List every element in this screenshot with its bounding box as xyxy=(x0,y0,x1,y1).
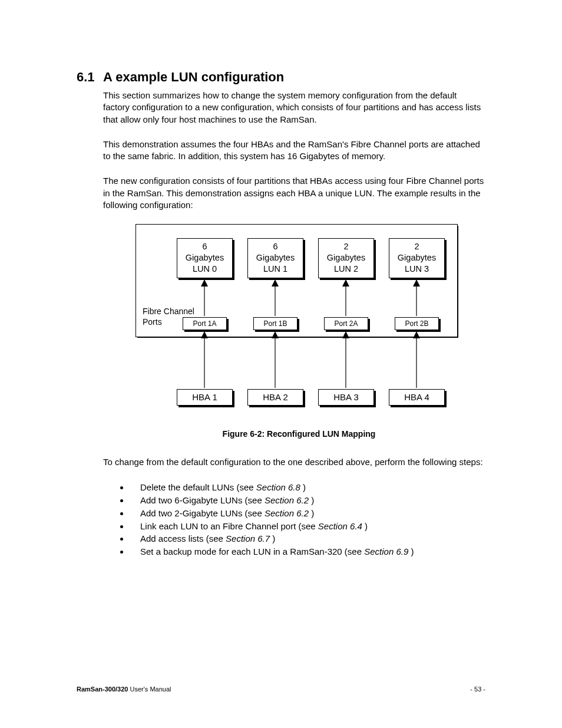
section-title: A example LUN configuration xyxy=(103,70,284,85)
hba-box-1: HBA 1 xyxy=(177,389,233,406)
section-ref: Section 6.2 xyxy=(265,508,309,518)
section-number: 6.1 xyxy=(77,70,103,85)
port-box-1a: Port 1A xyxy=(183,317,227,330)
lun-size: 2 xyxy=(343,242,348,251)
lun-size: 2 xyxy=(414,242,419,251)
figure-caption: Figure 6-2: Reconfigured LUN Mapping xyxy=(135,429,462,439)
lun-size: 6 xyxy=(202,242,207,251)
step-item: Add two 2-Gigabyte LUNs (see Section 6.2… xyxy=(130,507,485,520)
fc-label-line1: Fibre Channel xyxy=(143,307,194,316)
hba-label: HBA 1 xyxy=(177,389,233,406)
section-heading: 6.1 A example LUN configuration xyxy=(77,70,485,85)
paragraph-after-figure: To change from the default configuration… xyxy=(103,456,485,468)
port-box-2a: Port 2A xyxy=(324,317,368,330)
step-item: Add two 6-Gigabyte LUNs (see Section 6.2… xyxy=(130,494,485,507)
hba-label: HBA 4 xyxy=(389,389,445,406)
section-ref: Section 6.7 xyxy=(226,533,270,543)
step-item: Link each LUN to an Fibre Channel port (… xyxy=(130,520,485,533)
hba-box-3: HBA 3 xyxy=(318,389,374,406)
figure-wrap: 6 Gigabytes LUN 0 6 Gigabytes LUN 1 xyxy=(135,224,462,439)
step-item: Delete the default LUNs (see Section 6.8… xyxy=(130,481,485,494)
body-column: This section summarizes how to change th… xyxy=(103,90,485,558)
port-label: Port 1A xyxy=(183,317,227,330)
footer-rest: User's Manual xyxy=(128,686,171,693)
lun-unit: Gigabytes xyxy=(186,253,224,262)
hba-row: HBA 1 HBA 2 HBA 3 HBA 4 xyxy=(177,389,445,406)
lun-box-3: 2 Gigabytes LUN 3 xyxy=(389,238,445,278)
lun-box-2: 2 Gigabytes LUN 2 xyxy=(318,238,374,278)
hba-box-2: HBA 2 xyxy=(247,389,303,406)
port-label: Port 2A xyxy=(324,317,368,330)
paragraph-1: This section summarizes how to change th… xyxy=(103,90,485,126)
lun-name: LUN 2 xyxy=(334,264,358,274)
footer-product: RamSan-300/320 xyxy=(77,686,128,693)
port-box-1b: Port 1B xyxy=(253,317,297,330)
port-box-2b: Port 2B xyxy=(395,317,439,330)
lun-size: 6 xyxy=(273,242,277,251)
hba-box-4: HBA 4 xyxy=(389,389,445,406)
port-label: Port 2B xyxy=(395,317,439,330)
lun-box-0: 6 Gigabytes LUN 0 xyxy=(177,238,233,278)
document-page: 6.1 A example LUN configuration This sec… xyxy=(0,0,562,728)
footer-left: RamSan-300/320 User's Manual xyxy=(77,686,171,693)
fc-label-line2: Ports xyxy=(143,317,162,327)
section-ref: Section 6.9 xyxy=(364,546,408,556)
port-label: Port 1B xyxy=(253,317,297,330)
footer-page-number: - 53 - xyxy=(470,686,485,693)
page-footer: RamSan-300/320 User's Manual - 53 - xyxy=(77,686,485,693)
lun-name: LUN 0 xyxy=(193,264,217,274)
hba-label: HBA 3 xyxy=(318,389,374,406)
lun-name: LUN 1 xyxy=(263,264,287,274)
lun-name: LUN 3 xyxy=(405,264,429,274)
step-item: Add access lists (see Section 6.7 ) xyxy=(130,532,485,545)
lun-unit: Gigabytes xyxy=(256,253,295,262)
section-ref: Section 6.2 xyxy=(265,495,309,505)
lun-unit: Gigabytes xyxy=(398,253,436,262)
paragraph-3: The new configuration consists of four p… xyxy=(103,175,485,211)
step-item: Set a backup mode for each LUN in a RamS… xyxy=(130,545,485,558)
paragraph-2: This demonstration assumes the four HBAs… xyxy=(103,139,485,163)
hba-label: HBA 2 xyxy=(247,389,303,406)
section-ref: Section 6.4 xyxy=(318,521,362,531)
port-row: Port 1A Port 1B Port 2A Port 2B xyxy=(177,317,445,330)
steps-list: Delete the default LUNs (see Section 6.8… xyxy=(103,481,485,558)
lun-diagram: 6 Gigabytes LUN 0 6 Gigabytes LUN 1 xyxy=(135,224,462,413)
lun-unit: Gigabytes xyxy=(327,253,365,262)
lun-row: 6 Gigabytes LUN 0 6 Gigabytes LUN 1 xyxy=(177,238,445,278)
section-ref: Section 6.8 xyxy=(256,482,300,492)
lun-box-1: 6 Gigabytes LUN 1 xyxy=(247,238,303,278)
